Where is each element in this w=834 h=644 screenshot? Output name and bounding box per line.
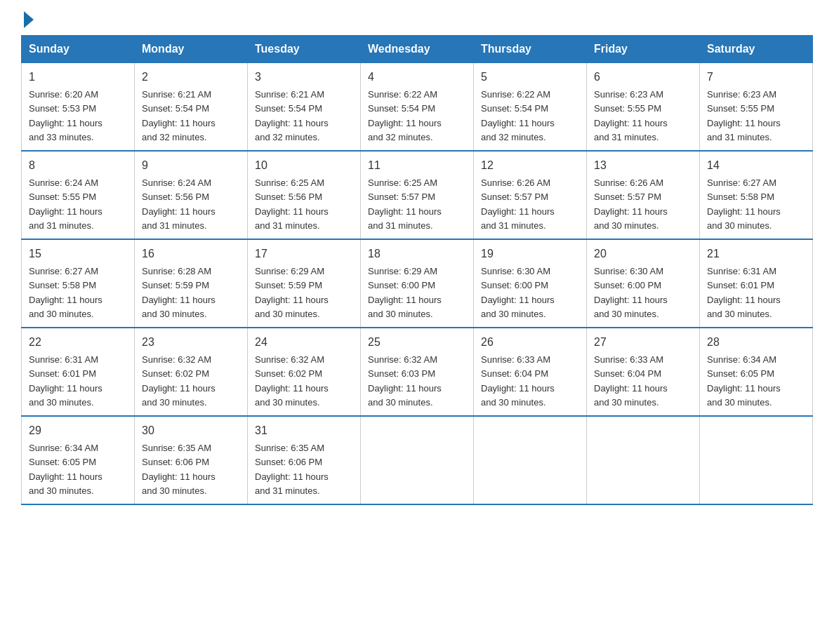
day-info: Sunrise: 6:27 AMSunset: 5:58 PMDaylight:… <box>29 266 102 319</box>
header-sunday: Sunday <box>22 36 135 63</box>
day-number: 23 <box>142 334 240 351</box>
logo-arrow-icon <box>24 11 34 28</box>
day-number: 27 <box>594 334 692 351</box>
day-number: 18 <box>368 246 466 262</box>
calendar-table: SundayMondayTuesdayWednesdayThursdayFrid… <box>21 35 813 505</box>
day-info: Sunrise: 6:26 AMSunset: 5:57 PMDaylight:… <box>594 177 668 231</box>
calendar-cell: 28 Sunrise: 6:34 AMSunset: 6:05 PMDaylig… <box>700 328 813 416</box>
day-number: 31 <box>255 422 353 439</box>
day-number: 29 <box>29 422 127 439</box>
day-number: 19 <box>481 246 579 262</box>
day-number: 20 <box>594 246 692 262</box>
day-info: Sunrise: 6:31 AMSunset: 6:01 PMDaylight:… <box>707 266 781 319</box>
day-info: Sunrise: 6:30 AMSunset: 6:00 PMDaylight:… <box>481 266 555 319</box>
day-number: 5 <box>481 69 579 86</box>
day-info: Sunrise: 6:29 AMSunset: 6:00 PMDaylight:… <box>368 266 442 319</box>
day-number: 24 <box>255 334 353 351</box>
day-info: Sunrise: 6:33 AMSunset: 6:04 PMDaylight:… <box>594 354 668 408</box>
day-number: 13 <box>594 157 692 174</box>
day-number: 22 <box>29 334 127 351</box>
calendar-cell: 8 Sunrise: 6:24 AMSunset: 5:55 PMDayligh… <box>22 151 135 239</box>
calendar-cell: 27 Sunrise: 6:33 AMSunset: 6:04 PMDaylig… <box>587 328 700 416</box>
day-number: 16 <box>142 246 240 262</box>
calendar-cell: 5 Sunrise: 6:22 AMSunset: 5:54 PMDayligh… <box>474 63 587 152</box>
day-info: Sunrise: 6:21 AMSunset: 5:54 PMDaylight:… <box>142 89 216 142</box>
day-info: Sunrise: 6:28 AMSunset: 5:59 PMDaylight:… <box>142 266 216 319</box>
header-tuesday: Tuesday <box>248 36 361 63</box>
day-info: Sunrise: 6:30 AMSunset: 6:00 PMDaylight:… <box>594 266 668 319</box>
day-info: Sunrise: 6:24 AMSunset: 5:56 PMDaylight:… <box>142 177 216 231</box>
day-number: 7 <box>707 69 805 86</box>
day-info: Sunrise: 6:31 AMSunset: 6:01 PMDaylight:… <box>29 354 102 408</box>
day-number: 17 <box>255 246 353 262</box>
day-info: Sunrise: 6:35 AMSunset: 6:06 PMDaylight:… <box>142 443 216 496</box>
day-number: 10 <box>255 157 353 174</box>
calendar-cell: 30 Sunrise: 6:35 AMSunset: 6:06 PMDaylig… <box>135 416 248 504</box>
calendar-cell: 23 Sunrise: 6:32 AMSunset: 6:02 PMDaylig… <box>135 328 248 416</box>
calendar-cell: 14 Sunrise: 6:27 AMSunset: 5:58 PMDaylig… <box>700 151 813 239</box>
calendar-cell: 25 Sunrise: 6:32 AMSunset: 6:03 PMDaylig… <box>361 328 474 416</box>
week-row-2: 8 Sunrise: 6:24 AMSunset: 5:55 PMDayligh… <box>22 151 813 239</box>
day-info: Sunrise: 6:25 AMSunset: 5:56 PMDaylight:… <box>255 177 329 231</box>
calendar-cell <box>700 416 813 504</box>
calendar-cell: 31 Sunrise: 6:35 AMSunset: 6:06 PMDaylig… <box>248 416 361 504</box>
calendar-cell: 21 Sunrise: 6:31 AMSunset: 6:01 PMDaylig… <box>700 239 813 328</box>
day-number: 30 <box>142 422 240 439</box>
day-number: 6 <box>594 69 692 86</box>
day-info: Sunrise: 6:22 AMSunset: 5:54 PMDaylight:… <box>481 89 555 142</box>
calendar-cell: 10 Sunrise: 6:25 AMSunset: 5:56 PMDaylig… <box>248 151 361 239</box>
week-row-1: 1 Sunrise: 6:20 AMSunset: 5:53 PMDayligh… <box>22 63 813 152</box>
calendar-cell: 17 Sunrise: 6:29 AMSunset: 5:59 PMDaylig… <box>248 239 361 328</box>
calendar-cell: 7 Sunrise: 6:23 AMSunset: 5:55 PMDayligh… <box>700 63 813 152</box>
calendar-cell: 26 Sunrise: 6:33 AMSunset: 6:04 PMDaylig… <box>474 328 587 416</box>
day-number: 14 <box>707 157 805 174</box>
calendar-cell: 15 Sunrise: 6:27 AMSunset: 5:58 PMDaylig… <box>22 239 135 328</box>
day-number: 12 <box>481 157 579 174</box>
calendar-cell: 29 Sunrise: 6:34 AMSunset: 6:05 PMDaylig… <box>22 416 135 504</box>
calendar-cell: 16 Sunrise: 6:28 AMSunset: 5:59 PMDaylig… <box>135 239 248 328</box>
day-info: Sunrise: 6:34 AMSunset: 6:05 PMDaylight:… <box>707 354 781 408</box>
day-number: 8 <box>29 157 127 174</box>
day-info: Sunrise: 6:26 AMSunset: 5:57 PMDaylight:… <box>481 177 555 231</box>
calendar-cell: 11 Sunrise: 6:25 AMSunset: 5:57 PMDaylig… <box>361 151 474 239</box>
calendar-header-row: SundayMondayTuesdayWednesdayThursdayFrid… <box>22 36 813 63</box>
day-info: Sunrise: 6:22 AMSunset: 5:54 PMDaylight:… <box>368 89 442 142</box>
day-number: 11 <box>368 157 466 174</box>
header-friday: Friday <box>587 36 700 63</box>
day-number: 1 <box>29 69 127 86</box>
week-row-4: 22 Sunrise: 6:31 AMSunset: 6:01 PMDaylig… <box>22 328 813 416</box>
calendar-cell: 19 Sunrise: 6:30 AMSunset: 6:00 PMDaylig… <box>474 239 587 328</box>
day-number: 4 <box>368 69 466 86</box>
day-number: 21 <box>707 246 805 262</box>
calendar-cell: 3 Sunrise: 6:21 AMSunset: 5:54 PMDayligh… <box>248 63 361 152</box>
day-number: 26 <box>481 334 579 351</box>
week-row-3: 15 Sunrise: 6:27 AMSunset: 5:58 PMDaylig… <box>22 239 813 328</box>
day-info: Sunrise: 6:21 AMSunset: 5:54 PMDaylight:… <box>255 89 329 142</box>
header-wednesday: Wednesday <box>361 36 474 63</box>
page-header <box>21 14 813 28</box>
day-number: 9 <box>142 157 240 174</box>
calendar-cell: 18 Sunrise: 6:29 AMSunset: 6:00 PMDaylig… <box>361 239 474 328</box>
calendar-cell <box>474 416 587 504</box>
day-info: Sunrise: 6:23 AMSunset: 5:55 PMDaylight:… <box>594 89 668 142</box>
calendar-cell <box>361 416 474 504</box>
day-info: Sunrise: 6:20 AMSunset: 5:53 PMDaylight:… <box>29 89 102 142</box>
calendar-cell: 4 Sunrise: 6:22 AMSunset: 5:54 PMDayligh… <box>361 63 474 152</box>
day-info: Sunrise: 6:33 AMSunset: 6:04 PMDaylight:… <box>481 354 555 408</box>
calendar-cell: 2 Sunrise: 6:21 AMSunset: 5:54 PMDayligh… <box>135 63 248 152</box>
calendar-cell: 9 Sunrise: 6:24 AMSunset: 5:56 PMDayligh… <box>135 151 248 239</box>
day-info: Sunrise: 6:24 AMSunset: 5:55 PMDaylight:… <box>29 177 102 231</box>
day-number: 25 <box>368 334 466 351</box>
calendar-cell: 24 Sunrise: 6:32 AMSunset: 6:02 PMDaylig… <box>248 328 361 416</box>
day-info: Sunrise: 6:32 AMSunset: 6:02 PMDaylight:… <box>255 354 329 408</box>
day-info: Sunrise: 6:32 AMSunset: 6:02 PMDaylight:… <box>142 354 216 408</box>
calendar-cell <box>587 416 700 504</box>
week-row-5: 29 Sunrise: 6:34 AMSunset: 6:05 PMDaylig… <box>22 416 813 504</box>
day-info: Sunrise: 6:23 AMSunset: 5:55 PMDaylight:… <box>707 89 781 142</box>
calendar-cell: 1 Sunrise: 6:20 AMSunset: 5:53 PMDayligh… <box>22 63 135 152</box>
day-info: Sunrise: 6:34 AMSunset: 6:05 PMDaylight:… <box>29 443 102 496</box>
header-saturday: Saturday <box>700 36 813 63</box>
day-info: Sunrise: 6:32 AMSunset: 6:03 PMDaylight:… <box>368 354 442 408</box>
day-info: Sunrise: 6:27 AMSunset: 5:58 PMDaylight:… <box>707 177 781 231</box>
day-number: 3 <box>255 69 353 86</box>
